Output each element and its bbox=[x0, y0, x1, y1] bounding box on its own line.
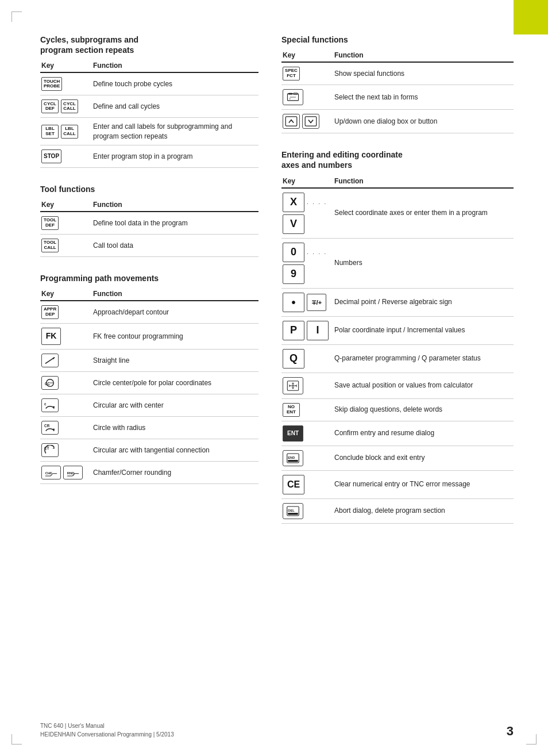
key-cell bbox=[281, 110, 333, 133]
key-cell: STOP bbox=[40, 145, 92, 167]
right-column: Special functions Key Function SPECFCT bbox=[281, 34, 514, 526]
table-row: DEL Abort dialog, delete program section bbox=[281, 498, 514, 523]
function-cell: Numbers bbox=[333, 238, 514, 288]
table-row: CHF RND bbox=[40, 462, 258, 484]
key-cell: TOOLDEF bbox=[40, 212, 92, 235]
key-cell: CT bbox=[40, 439, 92, 462]
function-cell: Abort dialog, delete program section bbox=[333, 498, 514, 523]
key-cell: ENT bbox=[281, 421, 333, 446]
key-cell: X . . . . V bbox=[281, 188, 333, 239]
chf-key: CHF bbox=[41, 466, 61, 479]
key-cell: TOUCHPROBE bbox=[40, 72, 92, 95]
svg-rect-38 bbox=[288, 459, 298, 462]
cycl-def-key: CYCLDEF bbox=[41, 99, 59, 113]
page: Cycles, subprograms andprogram section r… bbox=[0, 0, 548, 756]
table-row: TOOLCALL Call tool data bbox=[40, 234, 258, 256]
corner-br bbox=[526, 734, 537, 745]
table-row: • ∓/+ Decimal point / Reverse algebraic … bbox=[281, 288, 514, 316]
cycl-call-key: CYCLCALL bbox=[61, 99, 78, 113]
dots-separator: . . . . bbox=[307, 248, 327, 256]
key-cell: CR bbox=[40, 417, 92, 439]
i-key: I bbox=[307, 321, 329, 340]
cycles-title: Cycles, subprograms andprogram section r… bbox=[40, 34, 258, 55]
key-cell: CHF RND bbox=[40, 462, 92, 484]
tool-title: Tool functions bbox=[40, 184, 258, 194]
key-cell: CE bbox=[281, 470, 333, 498]
key-cell: c bbox=[40, 394, 92, 417]
cc-key: CC bbox=[41, 376, 59, 390]
yellow-tab bbox=[514, 0, 548, 34]
svg-text:CC: CC bbox=[45, 382, 51, 386]
svg-rect-19 bbox=[288, 93, 292, 95]
footer: TNC 640 | User's Manual HEIDENHAIN Conve… bbox=[40, 722, 174, 739]
svg-rect-23 bbox=[285, 117, 297, 126]
col-function-cycles: Function bbox=[92, 60, 258, 72]
no-ent-key: NOENT bbox=[283, 403, 300, 417]
footer-line1: TNC 640 | User's Manual bbox=[40, 722, 174, 730]
save-position-key bbox=[283, 377, 303, 394]
key-cell: NOENT bbox=[281, 398, 333, 421]
table-row: END Conclude block and exit entry bbox=[281, 446, 514, 470]
table-row: Save actual position or values from calc… bbox=[281, 373, 514, 398]
function-cell: Define and call cycles bbox=[92, 95, 258, 118]
svg-text:c: c bbox=[44, 402, 47, 406]
table-row: X . . . . V Select coordinate axes or en… bbox=[281, 188, 514, 239]
key-cell: LBLSET LBLCALL bbox=[40, 118, 92, 145]
function-cell: Circular arc with center bbox=[92, 394, 258, 417]
stop-key: STOP bbox=[41, 149, 61, 163]
key-cell: DEL bbox=[281, 498, 333, 523]
touch-probe-key: TOUCHPROBE bbox=[41, 77, 62, 91]
cycles-table: Key Function TOUCHPROBE Defi bbox=[40, 60, 258, 167]
dot-key: • bbox=[283, 293, 304, 312]
col-function-special: Function bbox=[333, 49, 514, 62]
key-cell: CC bbox=[40, 372, 92, 394]
path-title: Programming path movements bbox=[40, 273, 258, 283]
key-cell: SPECFCT bbox=[281, 62, 333, 85]
arc-ct-key: CT bbox=[41, 443, 59, 457]
svg-text:CT: CT bbox=[44, 446, 49, 450]
tool-table: Key Function TOOLDEF Define bbox=[40, 199, 258, 257]
special-table: Key Function SPECFCT Show sp bbox=[281, 49, 514, 133]
svg-text:RND: RND bbox=[67, 471, 75, 475]
function-cell: Call tool data bbox=[92, 234, 258, 256]
appr-dep-key: APPRDEP bbox=[41, 305, 59, 319]
main-content: Cycles, subprograms andprogram section r… bbox=[40, 34, 514, 526]
col-key-path: Key bbox=[40, 288, 92, 301]
table-row: TOUCHPROBE Define touch probe cycles bbox=[40, 72, 258, 95]
function-cell: Conclude block and exit entry bbox=[333, 446, 514, 470]
function-cell: Skip dialog questions, delete words bbox=[333, 398, 514, 421]
arc-c-key: c bbox=[41, 398, 59, 412]
table-row: c Circular arc with center bbox=[40, 394, 258, 417]
key-cell bbox=[281, 373, 333, 398]
table-row: ENT Confirm entry and resume dialog bbox=[281, 421, 514, 446]
page-number: 3 bbox=[507, 724, 514, 739]
svg-text:≡: ≡ bbox=[289, 98, 291, 101]
ce-key: CE bbox=[283, 475, 304, 494]
key-cell: ≡ bbox=[281, 85, 333, 110]
up-key bbox=[283, 114, 300, 129]
tool-call-key: TOOLCALL bbox=[41, 239, 59, 252]
function-cell: Enter and call labels for subprogramming… bbox=[92, 118, 258, 145]
function-cell: Circular arc with tangential connection bbox=[92, 439, 258, 462]
table-row: CYCLDEF CYCLCALL Define and call cycles bbox=[40, 95, 258, 118]
table-row: SPECFCT Show special functions bbox=[281, 62, 514, 85]
function-cell: Chamfer/Corner rounding bbox=[92, 462, 258, 484]
tool-def-key: TOOLDEF bbox=[41, 216, 59, 230]
function-cell: Define touch probe cycles bbox=[92, 72, 258, 95]
col-key-coord: Key bbox=[281, 175, 333, 188]
table-row: Straight line bbox=[40, 350, 258, 372]
lbl-call-key: LBLCALL bbox=[61, 125, 78, 139]
svg-rect-41 bbox=[288, 512, 298, 515]
table-row: CE Clear numerical entry or TNC error me… bbox=[281, 470, 514, 498]
path-table: Key Function APPRDEP Approac bbox=[40, 288, 258, 484]
key-cell: • ∓/+ bbox=[281, 288, 333, 316]
table-row: CT Circular arc with tangential connecti… bbox=[40, 439, 258, 462]
table-row: STOP Enter program stop in a program bbox=[40, 145, 258, 167]
corner-tl bbox=[11, 11, 22, 22]
key-cell: APPRDEP bbox=[40, 301, 92, 324]
function-cell: Circle with radius bbox=[92, 417, 258, 439]
col-key-tool: Key bbox=[40, 199, 92, 212]
rnd-key: RND bbox=[63, 466, 83, 479]
footer-line2: HEIDENHAIN Conversational Programming | … bbox=[40, 730, 174, 739]
sign-key: ∓/+ bbox=[307, 294, 326, 311]
